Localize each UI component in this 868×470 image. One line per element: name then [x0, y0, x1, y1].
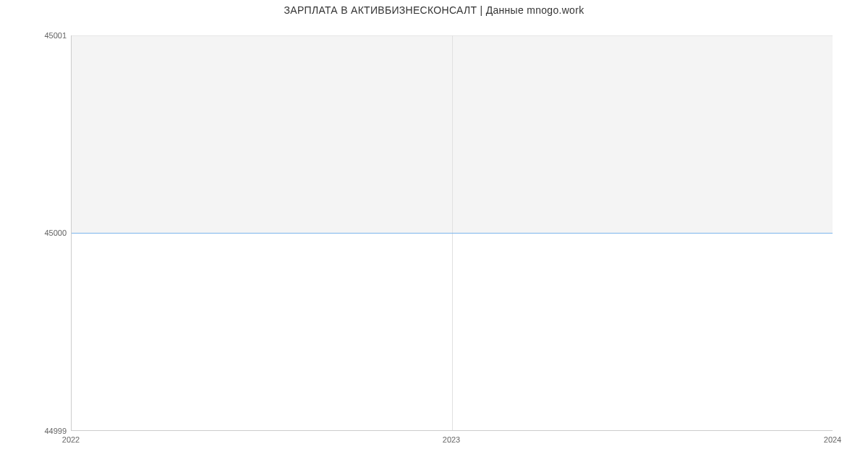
chart-title: ЗАРПЛАТА В АКТИВБИЗНЕСКОНСАЛТ | Данные m… [0, 4, 868, 16]
y-tick-label: 44999 [3, 427, 67, 435]
y-tick-label: 45001 [3, 31, 67, 40]
x-tick-label: 2023 [443, 435, 460, 444]
y-tick-label: 45000 [3, 228, 67, 237]
chart-container: ЗАРПЛАТА В АКТИВБИЗНЕСКОНСАЛТ | Данные m… [0, 0, 868, 470]
plot-area [71, 35, 833, 431]
x-tick-label: 2024 [824, 435, 841, 444]
x-tick-label: 2022 [62, 435, 80, 444]
series-line [72, 233, 833, 234]
